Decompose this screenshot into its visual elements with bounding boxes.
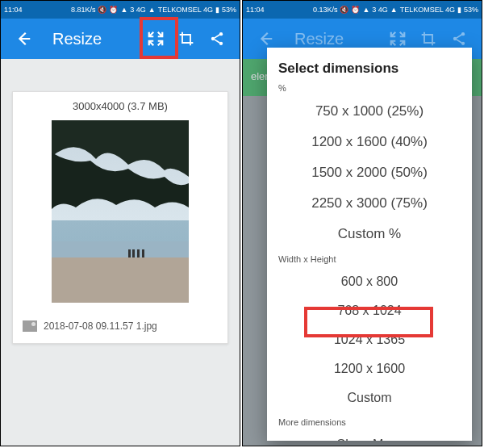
dim-option[interactable]: 1200 x 1600: [278, 354, 461, 383]
status-net-speed: 0.13K/s: [313, 6, 338, 14]
appbar-title: Resize: [52, 30, 140, 48]
show-more-button[interactable]: Show More: [278, 430, 461, 441]
status-time: 11:04: [4, 6, 23, 14]
filename-label: 2018-07-08 09.11.57 1.jpg: [44, 320, 157, 332]
dialog-section-percent: %: [278, 83, 461, 93]
signal-icon: ▲: [148, 6, 156, 14]
status-bar: 11:04 8.81K/s 🔇 ⏰ ▲ 3 4G ▲ TELKOMSEL 4G …: [1, 1, 240, 19]
content-area: elem Select dimensions % 750 x 1000 (25%…: [243, 59, 482, 446]
phone-left: 11:04 8.81K/s 🔇 ⏰ ▲ 3 4G ▲ TELKOMSEL 4G …: [0, 0, 240, 446]
content-area: 3000x4000 (3.7 MB): [1, 59, 240, 446]
dim-option[interactable]: 768 x 1024: [278, 296, 461, 325]
alarm-icon: ⏰: [109, 6, 118, 14]
status-carrier: TELKOMSEL 4G: [158, 6, 213, 14]
share-icon-button[interactable]: [202, 24, 232, 53]
dim-option[interactable]: 1200 x 1600 (40%): [278, 127, 461, 157]
alarm-icon: ⏰: [351, 6, 360, 14]
dim-option-custom[interactable]: Custom: [278, 383, 461, 412]
dim-option[interactable]: 600 x 800: [278, 267, 461, 296]
signal-icon: ▲: [390, 6, 398, 14]
file-row: 2018-07-08 09.11.57 1.jpg: [13, 303, 227, 335]
dim-option-custom-percent[interactable]: Custom %: [278, 219, 461, 249]
battery-icon: ▮: [215, 6, 219, 14]
status-time: 11:04: [246, 6, 265, 14]
status-signal1: 3 4G: [130, 6, 146, 14]
dim-option-selected[interactable]: 1024 x 1365: [278, 325, 461, 354]
dialog-title: Select dimensions: [278, 61, 461, 77]
signal-icon: ▲: [120, 6, 127, 14]
signal-icon: ▲: [362, 6, 369, 14]
back-button[interactable]: [9, 24, 38, 53]
dim-option[interactable]: 750 x 1000 (25%): [278, 96, 461, 127]
select-dimensions-dialog: Select dimensions % 750 x 1000 (25%) 120…: [267, 48, 472, 441]
battery-icon: ▮: [457, 6, 461, 14]
dim-option[interactable]: 2250 x 3000 (75%): [278, 188, 461, 219]
appbar-title: Resize: [294, 30, 382, 48]
svg-rect-5: [128, 249, 131, 257]
dialog-section-more: More dimensions: [278, 417, 461, 427]
resize-icon-button[interactable]: [141, 24, 170, 53]
svg-rect-6: [132, 249, 135, 257]
image-card[interactable]: 3000x4000 (3.7 MB): [12, 91, 228, 344]
image-dimensions-label: 3000x4000 (3.7 MB): [13, 92, 227, 120]
mute-icon: 🔇: [340, 6, 348, 14]
svg-rect-7: [137, 249, 140, 257]
dialog-section-wh: Width x Height: [278, 254, 461, 264]
svg-rect-4: [52, 257, 189, 303]
image-thumbnail: [52, 120, 189, 303]
image-file-icon: [23, 320, 37, 332]
status-net-speed: 8.81K/s: [71, 6, 96, 14]
image-preview[interactable]: [13, 120, 227, 303]
status-carrier: TELKOMSEL 4G: [400, 6, 455, 14]
phone-right: 11:04 0.13K/s 🔇 ⏰ ▲ 3 4G ▲ TELKOMSEL 4G …: [242, 0, 482, 446]
app-bar: Resize: [1, 19, 240, 59]
status-battery: 53%: [464, 6, 478, 14]
svg-rect-8: [142, 249, 144, 257]
dim-option[interactable]: 1500 x 2000 (50%): [278, 157, 461, 188]
crop-icon-button[interactable]: [172, 24, 201, 53]
status-signal1: 3 4G: [372, 6, 388, 14]
mute-icon: 🔇: [98, 6, 106, 14]
status-battery: 53%: [222, 6, 236, 14]
status-bar: 11:04 0.13K/s 🔇 ⏰ ▲ 3 4G ▲ TELKOMSEL 4G …: [243, 1, 482, 19]
svg-rect-3: [52, 241, 189, 257]
